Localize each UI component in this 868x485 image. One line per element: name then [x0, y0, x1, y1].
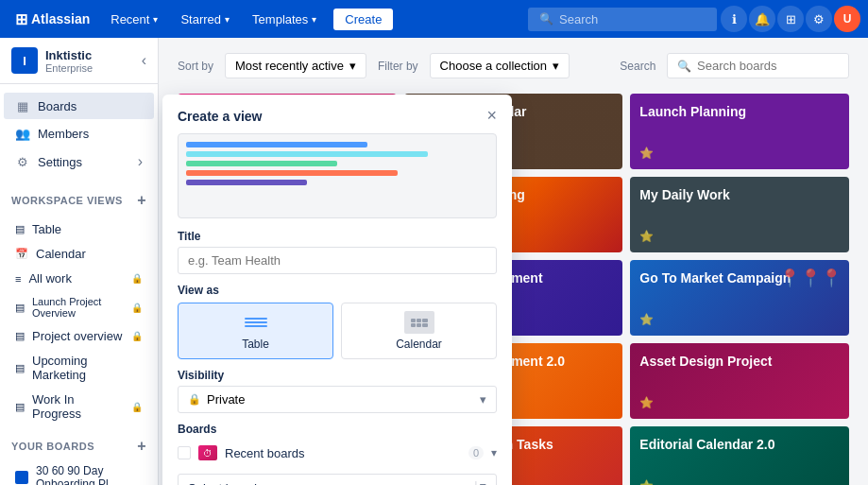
board-card-editorial-2[interactable]: Editorial Calendar 2.0 ⭐ [630, 426, 849, 485]
lock-icon-2: 🔒 [131, 303, 143, 313]
sidebar-nav: ▦ Boards 👥 Members ⚙ Settings › [0, 84, 158, 184]
search-boards-field[interactable]: 🔍 [667, 53, 849, 78]
info-icon[interactable]: ℹ [721, 6, 747, 32]
lock-icon: 🔒 [131, 273, 143, 284]
board-card-title: Editorial Calendar 2.0 [639, 436, 840, 453]
sidebar-view-project[interactable]: ▤ Project overview 🔒 [4, 324, 154, 348]
add-view-icon[interactable]: + [137, 192, 146, 209]
title-field-label: Title [178, 230, 497, 243]
notifications-icon[interactable]: 🔔 [749, 6, 775, 32]
board-star-icon: ⭐ [639, 230, 654, 243]
sort-select[interactable]: Most recently active ▾ [225, 53, 366, 78]
table-option-label: Table [242, 338, 269, 351]
workspace-type: Enterprise [45, 62, 134, 74]
select-boards-button[interactable]: Select boards | ▾ [178, 474, 497, 485]
lock-icon-3: 🔒 [131, 331, 143, 341]
workspace-views-header: Workspace views + [11, 192, 146, 209]
settings-expand-icon: › [138, 153, 143, 170]
lock-small-icon: 🔒 [188, 393, 201, 406]
workspace-icon: I [11, 47, 38, 74]
board-card-asset-design[interactable]: Asset Design Project ⭐ [630, 343, 849, 419]
modal-preview [178, 133, 497, 218]
search-input[interactable] [559, 12, 691, 26]
recent-boards-arrow[interactable]: ▾ [491, 446, 497, 459]
calendar-grid [411, 319, 428, 327]
sidebar-boards-list: 30 60 90 Day Onboarding Pl... Agile Spri… [0, 459, 158, 485]
create-button[interactable]: Create [333, 9, 393, 30]
boards-icon: ▦ [15, 98, 30, 113]
allwork-icon: ≡ [15, 273, 21, 285]
search-icon: 🔍 [539, 12, 553, 26]
preview-lines [179, 134, 496, 197]
recent-menu[interactable]: Recent ▾ [101, 9, 167, 30]
settings-icon[interactable]: ⚙ [806, 6, 832, 32]
board-card-go-to-market[interactable]: Go To Market Campaign ⭐ 📍📍📍 [630, 260, 849, 336]
chevron-down-icon: ▾ [312, 14, 316, 25]
chevron-down-icon: ▾ [553, 59, 559, 73]
create-view-modal: Create a view × Title View as [162, 95, 512, 485]
board-color-dot [15, 471, 28, 484]
sidebar-view-table[interactable]: ▤ Table [4, 217, 154, 241]
sidebar-board-0[interactable]: 30 60 90 Day Onboarding Pl... [4, 459, 154, 485]
title-input[interactable] [178, 247, 497, 274]
chevron-down-icon: ▾ [480, 479, 486, 485]
board-card-title: Asset Design Project [639, 353, 840, 370]
modal-header: Create a view × [162, 95, 512, 133]
search-icon: 🔍 [677, 60, 691, 73]
table-view-option[interactable]: Table [178, 303, 333, 359]
sidebar-collapse-button[interactable]: ‹ [142, 52, 146, 69]
search-boards-input[interactable] [697, 59, 839, 73]
calendar-option-label: Calendar [396, 338, 442, 351]
workspace-header: I Inktistic Enterprise ‹ [0, 38, 158, 84]
table-option-icon [241, 311, 271, 334]
board-card-title: Launch Planning [639, 103, 840, 120]
board-card-my-daily-work[interactable]: My Daily Work ⭐ [630, 177, 849, 252]
sidebar-view-allwork[interactable]: ≡ All work 🔒 [4, 267, 154, 290]
sidebar-item-boards[interactable]: ▦ Boards [4, 93, 154, 119]
starred-menu[interactable]: Starred ▾ [171, 9, 239, 30]
table-view-icon: ▤ [15, 223, 25, 235]
workspace-views-section: Workspace views + [0, 184, 158, 213]
recent-boards-label: Recent boards [225, 446, 461, 460]
sidebar: I Inktistic Enterprise ‹ ▦ Boards 👥 Memb… [0, 38, 159, 485]
settings-label: Settings [38, 155, 130, 169]
view-options: Table Calendar [178, 303, 497, 359]
visibility-label: Visibility [178, 369, 497, 382]
app-logo[interactable]: ⊞ Atlassian [8, 10, 97, 28]
workspace-info: Inktistic Enterprise [45, 48, 134, 74]
preview-line-1 [186, 142, 367, 147]
sidebar-view-upcoming[interactable]: ▤ Upcoming Marketing [4, 349, 154, 387]
calendar-option-icon [404, 311, 434, 334]
filter-label: Filter by [378, 60, 418, 73]
table-lines [245, 318, 267, 327]
add-board-sidebar-icon[interactable]: + [137, 438, 146, 455]
visibility-select[interactable]: 🔒 Private ▾ [178, 386, 497, 413]
templates-menu[interactable]: Templates ▾ [243, 9, 326, 30]
title-field: Title [162, 230, 512, 284]
sidebar-view-wip[interactable]: ▤ Work In Progress 🔒 [4, 388, 154, 425]
modal-close-button[interactable]: × [486, 106, 497, 126]
chevron-down-icon: ▾ [153, 14, 158, 25]
board-card-title: My Daily Work [639, 186, 840, 203]
calendar-view-option[interactable]: Calendar [341, 303, 497, 359]
sidebar-item-members[interactable]: 👥 Members [4, 120, 154, 147]
apps-icon[interactable]: ⊞ [777, 6, 804, 32]
board-star-icon: ⭐ [639, 479, 654, 485]
user-avatar[interactable]: U [834, 6, 860, 32]
visibility-section: Visibility 🔒 Private ▾ [162, 369, 512, 423]
board-card-launch-planning[interactable]: Launch Planning ⭐ [630, 94, 849, 169]
toolbar-search: Search 🔍 [620, 53, 849, 78]
sidebar-view-launch[interactable]: ▤ Launch Project Overview 🔒 [4, 291, 154, 323]
toolbar: Sort by Most recently active ▾ Filter by… [178, 53, 849, 78]
calendar-view-icon: 📅 [15, 248, 28, 260]
nav-icons: ℹ 🔔 ⊞ ⚙ U [721, 6, 860, 32]
global-search[interactable]: 🔍 [528, 8, 717, 31]
filter-select[interactable]: Choose a collection ▾ [430, 53, 570, 78]
sidebar-item-settings[interactable]: ⚙ Settings › [4, 147, 154, 176]
recent-boards-checkbox[interactable] [178, 446, 191, 459]
select-boards-row: Select boards | ▾ [162, 474, 512, 485]
sidebar-view-calendar[interactable]: 📅 Calendar [4, 242, 154, 266]
settings-icon: ⚙ [15, 154, 30, 169]
recent-boards-item[interactable]: ⏱ Recent boards 0 ▾ [178, 442, 497, 464]
your-boards-header: Your boards + [11, 438, 146, 455]
